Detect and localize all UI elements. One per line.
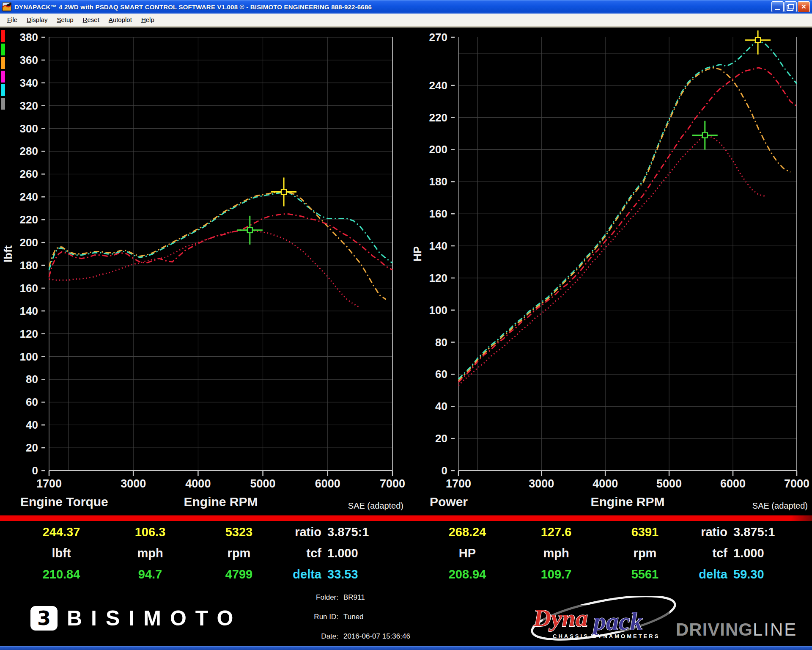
torque-tcf-label: tcf	[283, 546, 321, 560]
power-peak-speed: 127.6	[512, 525, 601, 539]
y-tick-label: 100	[20, 350, 38, 363]
y-tick-label: 80	[435, 336, 447, 349]
correction-note: SAE (adapted)	[752, 501, 808, 510]
x-tick-label: 6000	[720, 477, 746, 490]
torque-cursor-value: 210.84	[17, 567, 106, 581]
power-chart-cursor-baseline-marker[interactable]	[692, 121, 718, 150]
power-chart-cursor-peak-marker[interactable]	[745, 30, 771, 55]
dynapack-word-pack: pack	[591, 607, 643, 635]
dynapack-logo: Dyna pack CHASSIS DYNAMOMETERS	[527, 596, 683, 644]
power-tcf-label: tcf	[689, 546, 727, 560]
torque-rpm-unit: rpm	[195, 546, 283, 560]
power-cursor-speed: 109.7	[512, 567, 601, 581]
series-orange-power	[458, 68, 790, 381]
torque-readout-panel: 244.37 106.3 5323 ratio 3.875:1 lbft mph…	[17, 525, 406, 581]
y-tick-label: 180	[429, 175, 447, 188]
torque-delta-label: delta	[283, 567, 321, 581]
y-tick-label: 320	[20, 99, 38, 112]
y-axis-title: lbft	[2, 245, 14, 262]
torque-chart-cursor-baseline-marker[interactable]	[237, 216, 263, 245]
power-tcf-value: 1.000	[727, 546, 764, 560]
power-unit: HP	[423, 546, 512, 560]
torque-chart-cursor-peak-marker[interactable]	[271, 177, 296, 206]
y-tick-label: 60	[435, 368, 447, 380]
drivingline-word-line: LINE	[753, 620, 797, 639]
x-tick-label: 1700	[446, 477, 471, 490]
y-tick-label: 160	[20, 282, 38, 295]
series-tuned-torque	[49, 193, 392, 270]
chart-title: Power	[430, 495, 468, 509]
torque-unit: lbft	[17, 546, 106, 560]
series-baseline-power	[458, 135, 765, 386]
series-red-torque	[49, 214, 392, 277]
series-orange-torque	[49, 191, 386, 300]
y-tick-label: 270	[429, 31, 447, 44]
y-tick-label: 120	[20, 328, 38, 340]
torque-delta-value: 33.53	[321, 567, 358, 581]
bisimoto-logo-icon: 3	[30, 606, 58, 631]
y-tick-label: 200	[429, 143, 447, 156]
x-axis-title: Engine RPM	[590, 495, 664, 509]
power-ratio-value: 3.875:1	[727, 525, 775, 539]
y-tick-label: 0	[32, 464, 38, 477]
x-axis-title: Engine RPM	[184, 495, 258, 509]
power-cursor-rpm: 5561	[601, 567, 689, 581]
x-tick-label: 4000	[185, 477, 211, 490]
y-tick-label: 220	[20, 213, 38, 226]
y-tick-label: 120	[429, 272, 447, 284]
run-id-label: Run ID:	[271, 613, 338, 621]
power-delta-value: 59.30	[727, 567, 764, 581]
torque-cursor-speed: 94.7	[106, 567, 195, 581]
y-tick-label: 40	[435, 400, 447, 413]
torque-tcf-value: 1.000	[321, 546, 358, 560]
dynapack-word-dyna: Dyna	[533, 604, 588, 632]
power-peak-rpm: 6391	[601, 525, 689, 539]
x-tick-label: 6000	[315, 477, 340, 490]
chart-title: Engine Torque	[20, 495, 108, 509]
drivingline-word-driving: DRIVING	[676, 620, 753, 639]
torque-peak-value: 244.37	[17, 525, 106, 539]
y-tick-label: 40	[26, 419, 38, 431]
power-delta-label: delta	[689, 567, 727, 581]
folder-value: BR911	[343, 593, 365, 602]
y-tick-label: 60	[26, 396, 38, 408]
y-tick-label: 140	[429, 240, 447, 252]
y-tick-label: 140	[20, 305, 38, 317]
power-rpm-unit: rpm	[601, 546, 689, 560]
y-tick-label: 80	[26, 373, 38, 386]
y-tick-label: 0	[442, 464, 447, 477]
x-tick-label: 1700	[36, 477, 62, 490]
series-baseline-torque	[49, 230, 360, 307]
series-tuned-power	[458, 41, 797, 379]
window-bottom-border	[0, 646, 812, 650]
power-ratio-label: ratio	[689, 525, 727, 539]
y-tick-label: 380	[20, 31, 38, 44]
folder-label: Folder:	[271, 593, 338, 602]
torque-peak-speed: 106.3	[106, 525, 195, 539]
power-chart[interactable]: 0204060801001201401601802002202402701700…	[411, 30, 809, 510]
y-tick-label: 360	[20, 54, 38, 66]
run-info: Folder: BR911 Run ID: Tuned Date: 2016-0…	[271, 593, 410, 650]
x-tick-label: 3000	[529, 477, 554, 490]
y-axis-title: HP	[411, 246, 424, 262]
y-tick-label: 340	[20, 77, 38, 89]
power-speed-unit: mph	[512, 546, 601, 560]
y-tick-label: 200	[20, 236, 38, 249]
y-tick-label: 20	[26, 441, 38, 454]
correction-note: SAE (adapted)	[348, 501, 403, 510]
torque-ratio-value: 3.875:1	[321, 525, 369, 539]
x-tick-label: 5000	[250, 477, 276, 490]
date-label: Date:	[271, 632, 338, 641]
y-tick-label: 240	[429, 79, 447, 92]
power-readout-panel: 268.24 127.6 6391 ratio 3.875:1 HP mph r…	[423, 525, 812, 581]
y-tick-label: 260	[20, 168, 38, 180]
x-tick-label: 7000	[380, 477, 405, 490]
y-tick-label: 240	[20, 190, 38, 203]
y-tick-label: 180	[20, 259, 38, 272]
series-red-power	[458, 68, 797, 382]
y-tick-label: 20	[435, 432, 447, 445]
torque-chart[interactable]: 0204060801001201401601802002202402602803…	[2, 31, 405, 510]
x-tick-label: 4000	[593, 477, 618, 490]
torque-peak-rpm: 5323	[195, 525, 283, 539]
y-tick-label: 160	[429, 207, 447, 220]
